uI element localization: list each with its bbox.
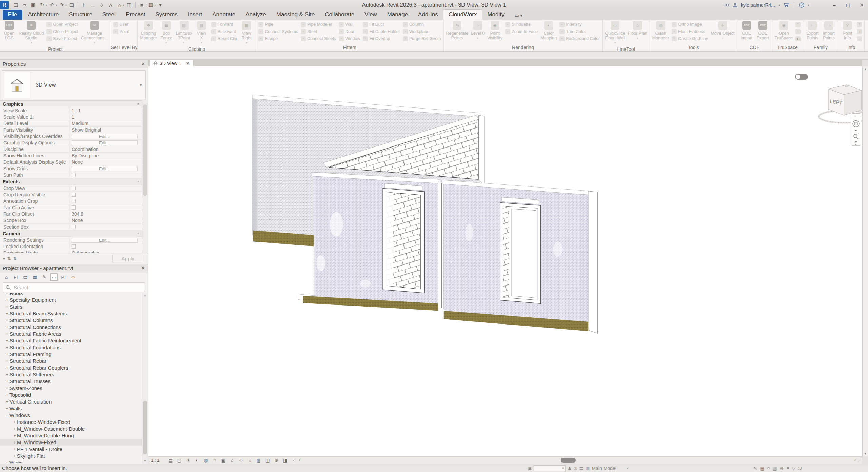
switch-windows-icon[interactable]: ▦ <box>146 1 155 9</box>
property-value[interactable] <box>70 172 142 178</box>
constraints-icon[interactable]: ⊕ <box>272 457 280 464</box>
ribbon-button-view-x[interactable]: ▨ViewX▾ <box>194 21 210 46</box>
tree-expand-icon[interactable]: + <box>5 311 9 316</box>
ribbon-button-workplane[interactable]: ◦Workplane <box>403 28 441 35</box>
tree-item-toposolid[interactable]: +Toposolid <box>0 391 142 398</box>
sort-default-icon[interactable]: ≡ <box>3 256 5 261</box>
sort-descending-icon[interactable]: ⇅ <box>13 256 17 261</box>
temporary-view-props-icon[interactable]: ▥ <box>255 457 263 464</box>
tree-item-structural-fabric-areas[interactable]: +Structural Fabric Areas <box>0 330 142 337</box>
tree-item-structural-connections[interactable]: +Structural Connections <box>0 323 142 330</box>
navigation-bar[interactable] <box>851 113 861 146</box>
tree-expand-icon[interactable]: + <box>5 372 9 377</box>
ribbon-button-pipe-modeler[interactable]: ◦Pipe Modeler <box>301 21 336 27</box>
ribbon-tab-architecture[interactable]: Architecture <box>23 10 64 20</box>
ribbon-button-forward[interactable]: ◦Forward <box>211 21 237 27</box>
edit-button[interactable]: Edit... <box>72 166 138 171</box>
ribbon-button-connect-systems[interactable]: ◦Connect Systems <box>258 28 298 35</box>
property-value[interactable]: Show Original <box>70 127 142 133</box>
sync-icon-caret[interactable]: ▾ <box>46 4 47 7</box>
ribbon-button-import-points[interactable]: ⇒ImportPoints <box>821 21 836 41</box>
crop-view-icon[interactable]: ⌗ <box>211 457 219 464</box>
ribbon-button-backward[interactable]: ◦Backward <box>211 28 237 35</box>
property-value[interactable]: By Discipline <box>70 153 142 159</box>
temporary-hide-isolate-icon[interactable]: ∞ <box>237 457 245 464</box>
drag-on-selection-icon[interactable]: ⊕ <box>780 466 784 471</box>
ribbon-button-purge-ref-geom[interactable]: ◦Purge Ref Geom <box>403 36 441 42</box>
edit-button[interactable]: Edit... <box>72 238 138 243</box>
tree-expand-icon[interactable]: + <box>12 426 17 431</box>
redo-icon[interactable]: ↷ <box>58 1 66 9</box>
print-icon[interactable]: ▤ <box>67 1 76 9</box>
tree-expand-icon[interactable]: + <box>12 433 17 438</box>
switch-windows-icon-caret[interactable]: ▾ <box>154 4 156 7</box>
close-button[interactable]: ✕ <box>856 1 867 9</box>
vcb-collapse-icon[interactable]: ‹ <box>290 457 298 464</box>
ribbon-tab-file[interactable]: File <box>3 10 22 20</box>
select-by-face-icon[interactable]: ▧ <box>772 466 777 471</box>
section-collapse-icon[interactable]: » <box>137 103 140 105</box>
signed-in-user[interactable]: kyle.palmerR4... <box>741 2 775 8</box>
ribbon-tab-structure[interactable]: Structure <box>64 10 97 20</box>
ribbon-tab-collaborate[interactable]: Collaborate <box>320 10 359 20</box>
checkbox[interactable] <box>72 225 76 229</box>
tree-item-roofs[interactable]: +Roofs <box>0 293 142 296</box>
user-menu-caret-icon[interactable]: ▾ <box>778 4 780 7</box>
ribbon-button-floor-plan[interactable]: ⌂Floor Plan▾ <box>627 21 648 41</box>
ribbon-button-flange[interactable]: ◦Flange <box>258 36 298 42</box>
analytical-model-icon[interactable]: ◫ <box>263 457 272 464</box>
revit-app-button[interactable]: R <box>0 1 9 9</box>
section-collapse-icon[interactable]: » <box>137 233 140 235</box>
ribbon-button-user[interactable]: ◦User <box>113 21 130 27</box>
tree-item-structural-trusses[interactable]: +Structural Trusses <box>0 378 142 385</box>
ribbon-tab-precast[interactable]: Precast <box>121 10 151 20</box>
ribbon-tab-massing-site[interactable]: Massing & Site <box>271 10 320 20</box>
ribbon-button-true-color[interactable]: ◦True Color <box>559 28 600 35</box>
view-tab-3d-view-1[interactable]: 3D View 1 ✕ <box>150 60 193 66</box>
reveal-hidden-icon[interactable]: ☼ <box>246 457 254 464</box>
default-3d-view-icon[interactable]: ⌂ <box>115 1 123 9</box>
ribbon-button-move-object[interactable]: ✛Move Object▾ <box>710 21 735 41</box>
property-value[interactable]: 1 <box>70 114 142 120</box>
tree-item-skylight-flat[interactable]: +Skylight-Flat <box>0 452 142 459</box>
tree-item-structural-columns[interactable]: +Structural Columns <box>0 317 142 323</box>
apply-button[interactable]: Apply <box>112 255 143 262</box>
resize-grip[interactable]: ⋰ <box>856 457 862 464</box>
tree-expand-icon[interactable]: + <box>5 379 9 384</box>
ribbon-button-connect-steels[interactable]: ◦Connect Steels <box>301 36 336 42</box>
tree-item-structural-foundations[interactable]: +Structural Foundations <box>0 344 142 351</box>
tree-item-m-window-casement-double[interactable]: +M_Window-Casement-Double <box>0 425 142 432</box>
property-value[interactable] <box>70 204 142 211</box>
pb-edit-icon[interactable]: ✎ <box>41 273 48 281</box>
tree-expand-icon[interactable]: + <box>12 440 17 445</box>
scroll-down-icon[interactable]: ▼ <box>863 452 868 455</box>
tree-item-wires[interactable]: +Wires <box>0 459 142 463</box>
property-value[interactable]: Medium <box>70 120 142 126</box>
section-camera[interactable]: Camera» <box>0 230 142 237</box>
edit-button[interactable]: Edit... <box>72 140 138 145</box>
ribbon-button-community-icon[interactable]: ∴ <box>857 36 862 42</box>
ribbon-tab-view[interactable]: View <box>359 10 382 20</box>
design-option-sheet-icon[interactable]: ▤ <box>579 466 584 471</box>
tree-expand-icon[interactable]: + <box>5 331 9 336</box>
properties-close-icon[interactable]: ✕ <box>141 61 145 66</box>
tree-item-walls[interactable]: +Walls <box>0 405 142 412</box>
checkbox[interactable] <box>72 244 76 249</box>
ribbon-button-ortho-image[interactable]: ◦Ortho Image <box>672 21 708 27</box>
undo-icon[interactable]: ↶ <box>48 1 56 9</box>
checkbox[interactable] <box>72 186 76 190</box>
customize-qat-icon[interactable]: ▾ <box>156 1 164 9</box>
background-processes-icon[interactable]: ≡ <box>786 466 789 471</box>
filter-icon[interactable]: ▽ <box>792 466 795 471</box>
tree-item-m-window-double-hung[interactable]: +M_Window-Double-Hung <box>0 432 142 439</box>
tree-expand-icon[interactable]: + <box>5 293 9 296</box>
ribbon-button-box-fence[interactable]: ▦BoxFence▾ <box>159 21 174 46</box>
tree-item-vertical-circulation[interactable]: +Vertical Circulation <box>0 398 142 405</box>
displacement-icon[interactable]: ◨ <box>281 457 289 464</box>
shadows-icon[interactable]: ◐ <box>193 457 201 464</box>
ribbon-button-steel[interactable]: ◦Steel <box>301 28 336 35</box>
tree-expand-icon[interactable]: + <box>5 386 9 391</box>
editable-only-icon[interactable]: ♟ <box>568 466 572 471</box>
property-value[interactable]: 304.8 <box>70 211 142 217</box>
ribbon-button-save-project[interactable]: ◦Save Project <box>46 36 78 42</box>
